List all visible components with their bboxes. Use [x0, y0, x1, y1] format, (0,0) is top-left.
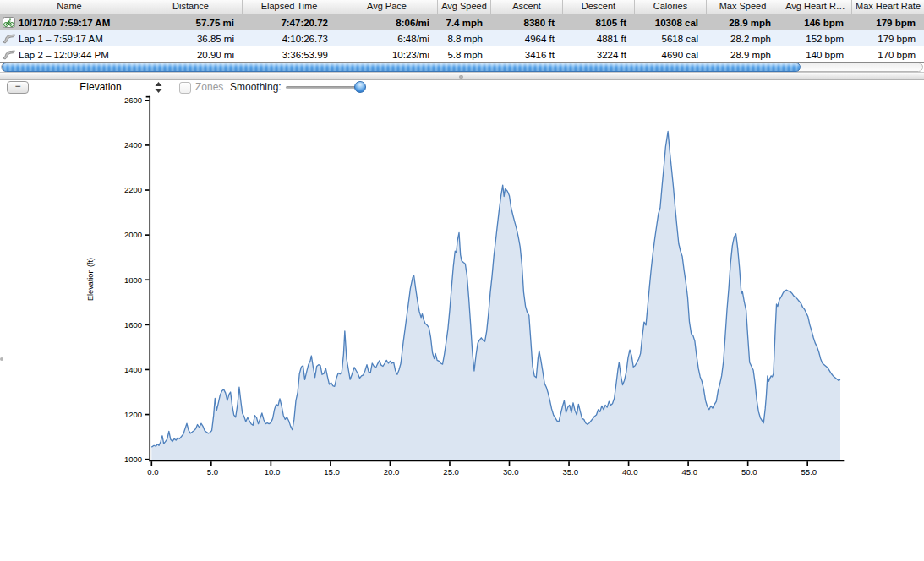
pane-splitter[interactable]	[0, 72, 924, 80]
splitter-grip-icon	[459, 75, 463, 79]
x-tick-label: 5.0	[207, 467, 218, 477]
row-value-cell: 3:36:53.99	[243, 50, 336, 60]
metric-select[interactable]: Elevation	[34, 80, 167, 95]
column-header-descent[interactable]: Descent	[563, 0, 635, 14]
row-value-cell: 7:47:20.72	[243, 18, 336, 28]
table-row[interactable]: Lap 2 – 12:09:44 PM20.90 mi3:36:53.9910:…	[0, 46, 924, 63]
y-tick-label: 2600	[124, 95, 142, 105]
row-value-cell: 8.8 mph	[438, 34, 491, 44]
column-header-avg-speed[interactable]: Avg Speed	[438, 0, 491, 14]
column-header-elapsed-time[interactable]: Elapsed Time	[243, 0, 336, 14]
row-value-cell: 140 bpm	[779, 50, 852, 60]
y-tick-label: 2200	[124, 185, 142, 194]
elevation-chart[interactable]: 1000120014001600180020002200240026000.05…	[0, 95, 924, 561]
row-label: Lap 1 – 7:59:17 AM	[19, 34, 103, 44]
table-header-row: NameDistanceElapsed TimeAvg PaceAvg Spee…	[0, 0, 924, 14]
row-value-cell: 146 bpm	[779, 18, 852, 28]
cyclist-activity-icon	[3, 17, 15, 28]
zones-checkbox[interactable]	[179, 82, 191, 94]
row-name-cell: Lap 2 – 12:09:44 PM	[0, 49, 139, 60]
row-value-cell: 5618 cal	[635, 34, 707, 44]
x-tick-label: 45.0	[681, 467, 697, 477]
y-tick-label: 1400	[124, 365, 142, 374]
row-value-cell: 179 bpm	[852, 34, 924, 44]
x-tick-label: 10.0	[265, 467, 281, 477]
horizontal-scrollbar[interactable]	[0, 63, 924, 72]
row-value-cell: 20.90 mi	[139, 50, 243, 60]
row-value-cell: 28.9 mph	[707, 50, 779, 60]
column-header-avg-heart-r-[interactable]: Avg Heart R…	[779, 0, 852, 14]
smoothing-slider[interactable]	[286, 80, 364, 95]
row-value-cell: 10:23/mi	[336, 50, 438, 60]
row-value-cell: 28.2 mph	[707, 34, 779, 44]
y-tick-label: 1800	[124, 275, 142, 285]
column-header-distance[interactable]: Distance	[139, 0, 243, 14]
x-tick-label: 55.0	[801, 467, 817, 477]
column-header-ascent[interactable]: Ascent	[491, 0, 563, 14]
x-tick-label: 35.0	[562, 467, 578, 477]
row-value-cell: 57.75 mi	[139, 18, 243, 28]
x-tick-label: 15.0	[324, 467, 340, 477]
left-splitter-grip-icon	[0, 357, 3, 361]
controls-divider	[172, 81, 172, 94]
activity-summary-table: NameDistanceElapsed TimeAvg PaceAvg Spee…	[0, 0, 924, 63]
row-value-cell: 6:48/mi	[336, 34, 438, 44]
collapse-chart-button[interactable]: −	[7, 81, 29, 94]
column-header-calories[interactable]: Calories	[635, 0, 707, 14]
row-value-cell: 8105 ft	[563, 18, 635, 28]
row-label: Lap 2 – 12:09:44 PM	[19, 50, 109, 60]
x-tick-label: 0.0	[147, 467, 158, 477]
row-value-cell: 36.85 mi	[139, 34, 243, 44]
y-tick-label: 2000	[124, 230, 142, 239]
elevation-area-fill	[151, 131, 840, 460]
slider-track[interactable]	[286, 86, 364, 89]
column-header-name[interactable]: Name	[0, 0, 139, 14]
row-value-cell: 10308 cal	[635, 18, 707, 28]
table-body: 10/17/10 7:59:17 AM57.75 mi7:47:20.728:0…	[0, 14, 924, 63]
row-value-cell: 5.8 mph	[438, 50, 491, 60]
lap-icon	[3, 49, 15, 60]
stepper-arrows-icon[interactable]	[154, 81, 163, 94]
table-row[interactable]: 10/17/10 7:59:17 AM57.75 mi7:47:20.728:0…	[0, 14, 924, 30]
row-value-cell: 28.9 mph	[707, 18, 779, 28]
row-value-cell: 7.4 mph	[438, 18, 491, 28]
scrollbar-thumb[interactable]	[2, 63, 801, 72]
x-tick-label: 25.0	[443, 467, 459, 477]
row-value-cell: 152 bpm	[779, 34, 852, 44]
zones-label: Zones	[195, 80, 223, 95]
lap-icon	[3, 33, 15, 44]
x-tick-label: 20.0	[384, 467, 400, 477]
x-tick-label: 30.0	[503, 467, 519, 477]
smoothing-label: Smoothing:	[230, 80, 282, 95]
y-tick-label: 1200	[124, 410, 142, 419]
row-name-cell: 10/17/10 7:59:17 AM	[0, 17, 139, 28]
table-row[interactable]: Lap 1 – 7:59:17 AM36.85 mi4:10:26.736:48…	[0, 30, 924, 46]
y-axis-title: Elevation (ft)	[86, 258, 95, 301]
row-value-cell: 4881 ft	[563, 34, 635, 44]
row-label: 10/17/10 7:59:17 AM	[19, 18, 110, 28]
row-name-cell: Lap 1 – 7:59:17 AM	[0, 33, 139, 44]
column-header-max-heart-rate[interactable]: Max Heart Rate	[852, 0, 924, 14]
row-value-cell: 8380 ft	[491, 18, 563, 28]
slider-knob[interactable]	[354, 81, 366, 93]
y-tick-label: 2400	[124, 140, 142, 150]
row-value-cell: 3224 ft	[563, 50, 635, 60]
row-value-cell: 4964 ft	[491, 34, 563, 44]
x-tick-label: 40.0	[622, 467, 638, 477]
row-value-cell: 4690 cal	[635, 50, 707, 60]
x-tick-label: 50.0	[741, 467, 757, 477]
y-tick-label: 1600	[124, 320, 142, 330]
column-header-avg-pace[interactable]: Avg Pace	[336, 0, 438, 14]
row-value-cell: 8:06/mi	[336, 18, 438, 28]
column-header-max-speed[interactable]: Max Speed	[707, 0, 779, 14]
left-pane-splitter[interactable]	[0, 95, 3, 561]
y-tick-label: 1000	[124, 455, 142, 464]
row-value-cell: 4:10:26.73	[243, 34, 336, 44]
row-value-cell: 3416 ft	[491, 50, 563, 60]
row-value-cell: 179 bpm	[852, 18, 924, 28]
chart-controls-bar: − Elevation Zones Smoothing:	[0, 80, 924, 95]
row-value-cell: 170 bpm	[852, 50, 924, 60]
chart-plot-area[interactable]: 1000120014001600180020002200240026000.05…	[0, 95, 924, 561]
